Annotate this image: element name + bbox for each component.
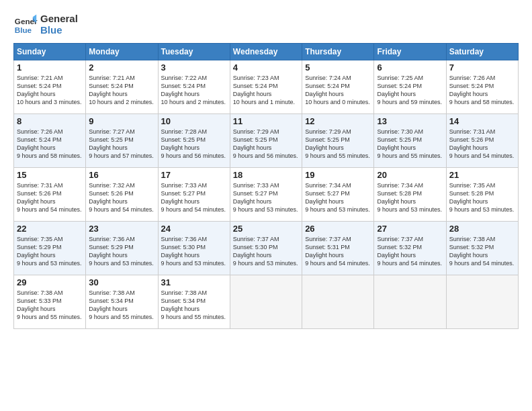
day-number: 6 (377, 62, 443, 73)
day-number: 25 (233, 224, 299, 234)
day-number: 19 (305, 170, 371, 180)
day-number: 29 (17, 277, 83, 287)
calendar-header-row: SundayMondayTuesdayWednesdayThursdayFrid… (14, 44, 519, 60)
day-header-tuesday: Tuesday (158, 44, 230, 60)
calendar-table: SundayMondayTuesdayWednesdayThursdayFrid… (13, 43, 519, 329)
calendar-day: 19Sunrise: 7:34 AMSunset: 5:27 PMDayligh… (302, 168, 374, 222)
day-info: Sunrise: 7:36 AMSunset: 5:29 PMDaylight … (89, 235, 154, 268)
day-number: 28 (449, 224, 515, 234)
calendar-week-5: 29Sunrise: 7:38 AMSunset: 5:33 PMDayligh… (14, 275, 519, 329)
day-number: 9 (89, 116, 154, 126)
day-info: Sunrise: 7:21 AMSunset: 5:24 PMDaylight … (89, 74, 154, 107)
day-number: 15 (17, 170, 83, 180)
calendar-day: 10Sunrise: 7:28 AMSunset: 5:25 PMDayligh… (158, 114, 230, 168)
calendar-day: 8Sunrise: 7:26 AMSunset: 5:24 PMDaylight… (14, 114, 86, 168)
day-info: Sunrise: 7:35 AMSunset: 5:28 PMDaylight … (449, 181, 515, 214)
day-number: 7 (449, 62, 515, 73)
header: General Blue General Blue (13, 12, 519, 36)
calendar-day: 30Sunrise: 7:38 AMSunset: 5:34 PMDayligh… (86, 275, 158, 329)
day-info: Sunrise: 7:28 AMSunset: 5:25 PMDaylight … (161, 128, 227, 161)
day-info: Sunrise: 7:37 AMSunset: 5:30 PMDaylight … (233, 235, 299, 268)
calendar-day: 20Sunrise: 7:34 AMSunset: 5:28 PMDayligh… (374, 168, 446, 222)
day-number: 22 (17, 224, 83, 234)
day-info: Sunrise: 7:36 AMSunset: 5:30 PMDaylight … (161, 235, 227, 268)
day-info: Sunrise: 7:25 AMSunset: 5:24 PMDaylight … (377, 74, 443, 107)
calendar-day: 23Sunrise: 7:36 AMSunset: 5:29 PMDayligh… (86, 222, 158, 275)
calendar-day: 12Sunrise: 7:29 AMSunset: 5:25 PMDayligh… (302, 114, 374, 168)
day-header-wednesday: Wednesday (230, 44, 302, 60)
day-header-friday: Friday (374, 44, 446, 60)
day-info: Sunrise: 7:33 AMSunset: 5:27 PMDaylight … (161, 181, 227, 214)
calendar-day: 28Sunrise: 7:38 AMSunset: 5:32 PMDayligh… (446, 222, 518, 275)
day-number: 5 (305, 62, 371, 73)
calendar-day: 9Sunrise: 7:27 AMSunset: 5:25 PMDaylight… (86, 114, 158, 168)
calendar-day (302, 275, 374, 329)
day-info: Sunrise: 7:21 AMSunset: 5:24 PMDaylight … (17, 74, 83, 107)
calendar-day: 5Sunrise: 7:24 AMSunset: 5:24 PMDaylight… (302, 60, 374, 114)
calendar-week-2: 8Sunrise: 7:26 AMSunset: 5:24 PMDaylight… (14, 114, 519, 168)
calendar-day: 13Sunrise: 7:30 AMSunset: 5:25 PMDayligh… (374, 114, 446, 168)
day-info: Sunrise: 7:26 AMSunset: 5:24 PMDaylight … (449, 74, 515, 107)
day-header-sunday: Sunday (14, 44, 86, 60)
day-number: 8 (17, 116, 83, 126)
main-container: General Blue General Blue SundayMondayTu… (0, 0, 532, 336)
day-info: Sunrise: 7:31 AMSunset: 5:26 PMDaylight … (449, 128, 515, 161)
logo-icon: General Blue (13, 12, 38, 36)
day-info: Sunrise: 7:31 AMSunset: 5:26 PMDaylight … (17, 181, 83, 214)
calendar-day: 18Sunrise: 7:33 AMSunset: 5:27 PMDayligh… (230, 168, 302, 222)
calendar-day: 4Sunrise: 7:23 AMSunset: 5:24 PMDaylight… (230, 60, 302, 114)
calendar-day: 26Sunrise: 7:37 AMSunset: 5:31 PMDayligh… (302, 222, 374, 275)
calendar-day (374, 275, 446, 329)
calendar-day: 3Sunrise: 7:22 AMSunset: 5:24 PMDaylight… (158, 60, 230, 114)
day-info: Sunrise: 7:35 AMSunset: 5:29 PMDaylight … (17, 235, 83, 268)
calendar-week-3: 15Sunrise: 7:31 AMSunset: 5:26 PMDayligh… (14, 168, 519, 222)
day-info: Sunrise: 7:34 AMSunset: 5:27 PMDaylight … (305, 181, 371, 214)
calendar-day: 6Sunrise: 7:25 AMSunset: 5:24 PMDaylight… (374, 60, 446, 114)
day-header-monday: Monday (86, 44, 158, 60)
day-number: 13 (377, 116, 443, 126)
calendar-day: 29Sunrise: 7:38 AMSunset: 5:33 PMDayligh… (14, 275, 86, 329)
day-info: Sunrise: 7:30 AMSunset: 5:25 PMDaylight … (377, 128, 443, 161)
calendar-day: 21Sunrise: 7:35 AMSunset: 5:28 PMDayligh… (446, 168, 518, 222)
day-number: 12 (305, 116, 371, 126)
calendar-day (230, 275, 302, 329)
day-number: 27 (377, 224, 443, 234)
calendar-day: 17Sunrise: 7:33 AMSunset: 5:27 PMDayligh… (158, 168, 230, 222)
calendar-day: 16Sunrise: 7:32 AMSunset: 5:26 PMDayligh… (86, 168, 158, 222)
calendar-week-1: 1Sunrise: 7:21 AMSunset: 5:24 PMDaylight… (14, 60, 519, 114)
calendar-day: 27Sunrise: 7:37 AMSunset: 5:32 PMDayligh… (374, 222, 446, 275)
day-number: 16 (89, 170, 154, 180)
calendar-day: 15Sunrise: 7:31 AMSunset: 5:26 PMDayligh… (14, 168, 86, 222)
day-number: 20 (377, 170, 443, 180)
day-info: Sunrise: 7:27 AMSunset: 5:25 PMDaylight … (89, 128, 154, 161)
day-info: Sunrise: 7:34 AMSunset: 5:28 PMDaylight … (377, 181, 443, 214)
day-number: 17 (161, 170, 227, 180)
day-header-thursday: Thursday (302, 44, 374, 60)
calendar-day: 7Sunrise: 7:26 AMSunset: 5:24 PMDaylight… (446, 60, 518, 114)
calendar-day: 11Sunrise: 7:29 AMSunset: 5:25 PMDayligh… (230, 114, 302, 168)
day-number: 1 (17, 62, 83, 73)
day-info: Sunrise: 7:29 AMSunset: 5:25 PMDaylight … (305, 128, 371, 161)
day-info: Sunrise: 7:23 AMSunset: 5:24 PMDaylight … (233, 74, 299, 107)
day-info: Sunrise: 7:32 AMSunset: 5:26 PMDaylight … (89, 181, 154, 214)
logo-blue: Blue (40, 24, 78, 36)
calendar-day (446, 275, 518, 329)
day-number: 30 (89, 277, 154, 287)
day-number: 11 (233, 116, 299, 126)
svg-text:Blue: Blue (15, 26, 32, 34)
day-info: Sunrise: 7:22 AMSunset: 5:24 PMDaylight … (161, 74, 227, 107)
day-info: Sunrise: 7:38 AMSunset: 5:34 PMDaylight … (89, 289, 154, 322)
day-info: Sunrise: 7:38 AMSunset: 5:32 PMDaylight … (449, 235, 515, 268)
day-info: Sunrise: 7:37 AMSunset: 5:31 PMDaylight … (305, 235, 371, 268)
day-info: Sunrise: 7:29 AMSunset: 5:25 PMDaylight … (233, 128, 299, 161)
day-info: Sunrise: 7:33 AMSunset: 5:27 PMDaylight … (233, 181, 299, 214)
calendar-day: 1Sunrise: 7:21 AMSunset: 5:24 PMDaylight… (14, 60, 86, 114)
day-number: 10 (161, 116, 227, 126)
logo: General Blue General Blue (13, 12, 78, 36)
day-number: 14 (449, 116, 515, 126)
logo-general: General (40, 13, 78, 24)
calendar-week-4: 22Sunrise: 7:35 AMSunset: 5:29 PMDayligh… (14, 222, 519, 275)
day-number: 24 (161, 224, 227, 234)
day-header-saturday: Saturday (446, 44, 518, 60)
day-number: 21 (449, 170, 515, 180)
